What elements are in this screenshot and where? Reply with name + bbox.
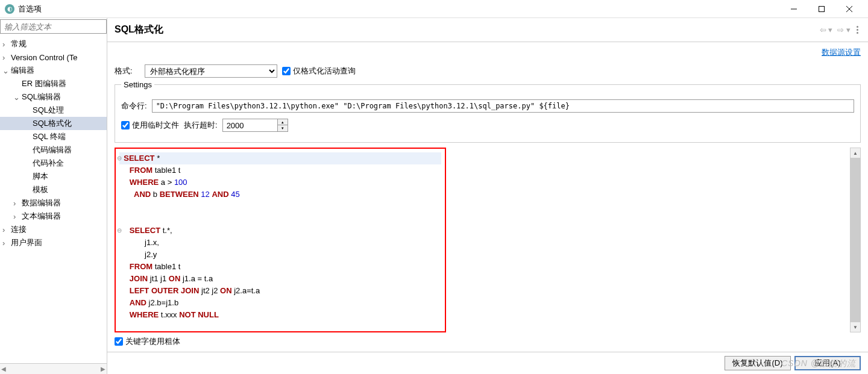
close-button[interactable] [835, 0, 863, 18]
scroll-down-icon[interactable]: ▼ [851, 322, 860, 332]
tree-item-label: 连接 [11, 224, 27, 235]
format-label: 格式: [115, 66, 140, 76]
tree-item-label: SQL格式化 [33, 118, 72, 129]
tree-item-label: 数据编辑器 [22, 198, 61, 208]
tree-item[interactable]: ›用户界面 [0, 236, 107, 249]
tree-item-label: 文本编辑器 [22, 211, 61, 222]
timeout-label: 执行超时: [184, 120, 218, 131]
format-select[interactable]: 外部格式化程序 [145, 64, 277, 78]
chevron-icon: › [2, 238, 11, 248]
horizontal-scrollbar[interactable]: ◀▶ [0, 363, 107, 374]
tree-item[interactable]: SQL格式化 [0, 117, 107, 130]
tree-item-label: SQL处理 [33, 105, 64, 116]
use-tempfile-checkbox[interactable]: 使用临时文件 [121, 120, 179, 131]
tree-item-label: 脚本 [33, 171, 48, 182]
svg-rect-1 [819, 6, 825, 11]
chevron-icon: ⌄ [2, 66, 11, 75]
tree-item-label: 代码补全 [33, 158, 64, 169]
tree-item[interactable]: 脚本 [0, 170, 107, 183]
tree-item-label: 编辑器 [11, 65, 34, 76]
tree-item-label: ER 图编辑器 [22, 78, 66, 89]
tree-item-label: SQL编辑器 [22, 92, 61, 102]
tree-item[interactable]: 代码补全 [0, 157, 107, 170]
tree-item[interactable]: SQL处理 [0, 104, 107, 117]
spinner-up-icon[interactable]: ▲ [278, 119, 288, 125]
tree-item[interactable]: ER 图编辑器 [0, 77, 107, 90]
tree-item[interactable]: 模板 [0, 183, 107, 196]
tree-item-label: 用户界面 [11, 237, 42, 248]
settings-legend: Settings [121, 80, 154, 89]
maximize-button[interactable] [808, 0, 835, 18]
spinner-down-icon[interactable]: ▼ [278, 125, 288, 131]
tree-item-label: 模板 [33, 184, 48, 195]
chevron-icon: ⌄ [13, 93, 22, 102]
tree-item[interactable]: 代码编辑器 [0, 143, 107, 157]
scroll-up-icon[interactable]: ▲ [851, 148, 860, 158]
apply-button[interactable]: 应用(A) [794, 356, 861, 370]
settings-fieldset: Settings 命令行: 使用临时文件 执行超时: ▲ ▼ [115, 84, 861, 143]
tree-item[interactable]: ›数据编辑器 [0, 196, 107, 210]
category-tree: ›常规›Version Control (Te⌄编辑器ER 图编辑器⌄SQL编辑… [0, 35, 107, 363]
command-label: 命令行: [121, 101, 147, 111]
minimize-button[interactable] [780, 0, 808, 18]
content-pane: SQL格式化 ⇦ ▾ ⇨ ▾ 数据源设置 格式: 外部格式化程序 仅格式化活动查… [107, 18, 868, 374]
scroll-thumb[interactable] [851, 158, 860, 322]
page-title: SQL格式化 [115, 23, 163, 36]
back-icon[interactable]: ⇦ ▾ [819, 24, 834, 36]
window-controls [780, 0, 863, 18]
tree-item-label: 代码编辑器 [33, 145, 72, 155]
content-header: SQL格式化 ⇦ ▾ ⇨ ▾ [107, 18, 868, 42]
tree-item[interactable]: ›连接 [0, 223, 107, 236]
tree-item[interactable]: ›Version Control (Te [0, 51, 107, 64]
command-input[interactable] [152, 99, 854, 113]
chevron-icon: › [13, 199, 22, 208]
timeout-input[interactable] [223, 119, 277, 131]
tree-item[interactable]: SQL 终端 [0, 130, 107, 143]
format-active-only-checkbox[interactable]: 仅格式化活动查询 [282, 66, 356, 76]
sidebar: ›常规›Version Control (Te⌄编辑器ER 图编辑器⌄SQL编辑… [0, 18, 107, 374]
bold-keywords-checkbox[interactable]: 关键字使用粗体 [115, 336, 861, 347]
menu-icon[interactable] [854, 23, 861, 36]
app-icon: ◐ [5, 4, 14, 14]
tree-item-label: Version Control (Te [11, 53, 78, 62]
tree-item[interactable]: ›常规 [0, 37, 107, 51]
restore-defaults-button[interactable]: 恢复默认值(D) [725, 356, 791, 370]
timeout-spinner[interactable]: ▲ ▼ [222, 119, 288, 132]
datasource-settings-link[interactable]: 数据源设置 [822, 48, 861, 57]
chevron-icon: › [2, 40, 11, 49]
sql-preview: ⊖ SELECT * FROM table1 t WHERE a > 100 A… [115, 148, 446, 332]
footer: 恢复默认值(D) 应用(A) [107, 352, 868, 374]
tree-item[interactable]: ⌄编辑器 [0, 64, 107, 77]
titlebar: ◐ 首选项 [0, 0, 868, 18]
tree-item-label: 常规 [11, 39, 27, 49]
window-title: 首选项 [18, 4, 42, 14]
tree-item[interactable]: ⌄SQL编辑器 [0, 90, 107, 104]
tree-item[interactable]: ›文本编辑器 [0, 210, 107, 223]
tree-item-label: SQL 终端 [33, 131, 66, 142]
forward-icon[interactable]: ⇨ ▾ [836, 24, 852, 36]
vertical-scrollbar[interactable]: ▲ ▼ [850, 148, 861, 332]
chevron-icon: › [2, 53, 11, 62]
filter-input[interactable] [0, 19, 107, 34]
chevron-icon: › [2, 225, 11, 234]
chevron-icon: › [13, 212, 22, 221]
